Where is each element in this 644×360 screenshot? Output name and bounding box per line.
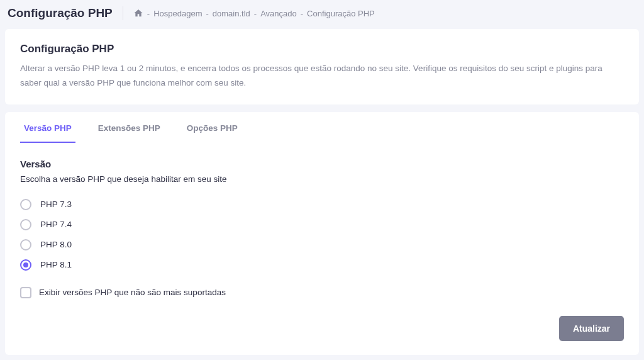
header: Configuração PHP - Hospedagem - domain.t… xyxy=(0,0,644,25)
radio-icon xyxy=(20,219,31,230)
breadcrumb-separator: - xyxy=(254,9,257,18)
tab-opcoes-php[interactable]: Opções PHP xyxy=(183,112,242,143)
checkbox-icon xyxy=(20,287,31,298)
breadcrumb-item[interactable]: domain.tld xyxy=(213,9,250,18)
tab-extensoes-php[interactable]: Extensões PHP xyxy=(94,112,164,143)
radio-label: PHP 8.1 xyxy=(40,260,72,269)
radio-php-7-4[interactable]: PHP 7.4 xyxy=(20,219,624,230)
breadcrumbs: - Hospedagem - domain.tld - Avançado - C… xyxy=(123,8,375,19)
radio-icon xyxy=(20,259,31,271)
breadcrumb-item[interactable]: Hospedagem xyxy=(153,9,202,18)
tab-content-versao: Versão Escolha a versão PHP que deseja h… xyxy=(5,143,639,355)
radio-php-8-0[interactable]: PHP 8.0 xyxy=(20,239,624,250)
intro-card: Configuração PHP Alterar a versão PHP le… xyxy=(5,29,639,104)
breadcrumb-separator: - xyxy=(206,9,208,18)
version-section-title: Versão xyxy=(20,159,624,169)
update-button[interactable]: Atualizar xyxy=(559,316,624,341)
php-version-radio-group: PHP 7.3 PHP 7.4 PHP 8.0 PHP 8.1 xyxy=(20,199,624,271)
show-unsupported-checkbox[interactable]: Exibir versões PHP que não são mais supo… xyxy=(20,287,624,298)
tab-versao-php[interactable]: Versão PHP xyxy=(20,112,75,143)
tabs: Versão PHP Extensões PHP Opções PHP xyxy=(5,112,639,143)
radio-php-7-3[interactable]: PHP 7.3 xyxy=(20,199,624,210)
home-icon[interactable] xyxy=(133,8,143,19)
breadcrumb-separator: - xyxy=(147,9,150,18)
radio-php-8-1[interactable]: PHP 8.1 xyxy=(20,259,624,271)
checkbox-label: Exibir versões PHP que não são mais supo… xyxy=(39,288,226,297)
actions: Atualizar xyxy=(20,316,624,341)
intro-card-title: Configuração PHP xyxy=(20,43,624,55)
tabs-card: Versão PHP Extensões PHP Opções PHP Vers… xyxy=(5,112,639,355)
breadcrumb-separator: - xyxy=(301,9,303,18)
radio-icon xyxy=(20,199,31,210)
intro-card-description: Alterar a versão PHP leva 1 ou 2 minutos… xyxy=(20,62,624,91)
breadcrumb-item: Configuração PHP xyxy=(307,9,375,18)
radio-label: PHP 7.3 xyxy=(40,200,72,209)
radio-icon xyxy=(20,239,31,250)
page-title: Configuração PHP xyxy=(8,6,123,20)
version-section-description: Escolha a versão PHP que deseja habilita… xyxy=(20,174,624,184)
breadcrumb-item[interactable]: Avançado xyxy=(260,9,297,18)
radio-label: PHP 7.4 xyxy=(40,220,72,229)
radio-label: PHP 8.0 xyxy=(40,240,72,249)
